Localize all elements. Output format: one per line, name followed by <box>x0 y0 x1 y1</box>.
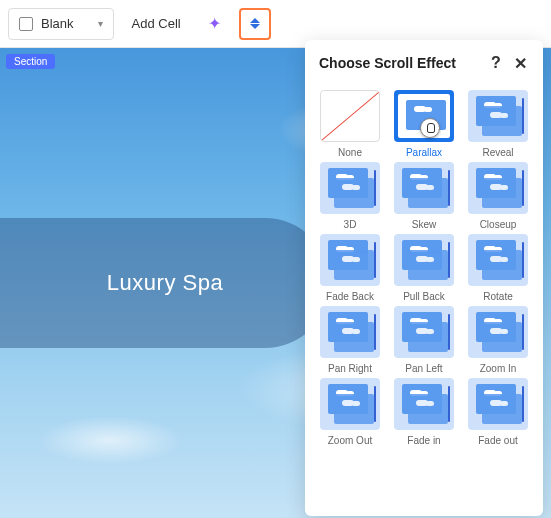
effect-thumb <box>468 162 528 214</box>
effect-label: Closeup <box>480 219 517 230</box>
scroll-effects-button[interactable] <box>239 8 271 40</box>
sparkle-button[interactable]: ✦ <box>199 8 231 40</box>
effect-option-fade-back[interactable]: Fade Back <box>315 234 385 302</box>
effect-label: None <box>338 147 362 158</box>
effect-label: Pan Right <box>328 363 372 374</box>
effect-thumb <box>468 234 528 286</box>
scroll-effects-icon <box>250 18 260 29</box>
hero-title: Luxury Spa <box>107 270 223 296</box>
add-cell-button[interactable]: Add Cell <box>122 8 191 40</box>
effect-thumb <box>468 90 528 142</box>
section-tag[interactable]: Section <box>6 54 55 69</box>
effect-option-skew[interactable]: Skew <box>389 162 459 230</box>
panel-header: Choose Scroll Effect ? ✕ <box>305 40 543 82</box>
effect-option-3d[interactable]: 3D <box>315 162 385 230</box>
effect-label: Fade in <box>407 435 440 446</box>
effect-label: Rotate <box>483 291 512 302</box>
effect-label: 3D <box>344 219 357 230</box>
effect-option-zoom-out[interactable]: Zoom Out <box>315 378 385 446</box>
effect-thumb <box>320 162 380 214</box>
effect-label: Skew <box>412 219 436 230</box>
effect-option-zoom-in[interactable]: Zoom In <box>463 306 533 374</box>
effect-label: Reveal <box>482 147 513 158</box>
effect-label: Parallax <box>406 147 442 158</box>
effect-thumb <box>320 306 380 358</box>
panel-title: Choose Scroll Effect <box>319 55 481 71</box>
effect-label: Zoom Out <box>328 435 372 446</box>
effect-thumb <box>394 90 454 142</box>
effect-label: Fade out <box>478 435 517 446</box>
scroll-effect-panel: Choose Scroll Effect ? ✕ NoneParallaxRev… <box>305 40 543 516</box>
hero-shape: Luxury Spa <box>0 218 330 348</box>
checkbox-icon <box>19 17 33 31</box>
effect-option-closeup[interactable]: Closeup <box>463 162 533 230</box>
effect-thumb <box>468 378 528 430</box>
effect-option-pull-back[interactable]: Pull Back <box>389 234 459 302</box>
effect-thumb <box>394 378 454 430</box>
effects-grid: NoneParallaxReveal3DSkewCloseupFade Back… <box>305 82 543 454</box>
effect-option-pan-left[interactable]: Pan Left <box>389 306 459 374</box>
cursor-icon <box>420 118 440 138</box>
effect-thumb <box>468 306 528 358</box>
effect-label: Zoom In <box>480 363 517 374</box>
effect-thumb <box>394 306 454 358</box>
effect-option-fade-in[interactable]: Fade in <box>389 378 459 446</box>
effect-thumb <box>394 162 454 214</box>
effect-label: Pull Back <box>403 291 445 302</box>
effect-thumb <box>320 378 380 430</box>
effect-option-none[interactable]: None <box>315 90 385 158</box>
effect-thumb <box>320 90 380 142</box>
effect-option-pan-right[interactable]: Pan Right <box>315 306 385 374</box>
help-icon[interactable]: ? <box>487 54 505 72</box>
effect-label: Pan Left <box>405 363 442 374</box>
effect-thumb <box>394 234 454 286</box>
effect-option-reveal[interactable]: Reveal <box>463 90 533 158</box>
chevron-down-icon: ▾ <box>98 18 103 29</box>
blank-dropdown[interactable]: Blank ▾ <box>8 8 114 40</box>
effect-thumb <box>320 234 380 286</box>
effect-label: Fade Back <box>326 291 374 302</box>
blank-label: Blank <box>41 16 74 31</box>
effect-option-fade-out[interactable]: Fade out <box>463 378 533 446</box>
effect-option-parallax[interactable]: Parallax <box>389 90 459 158</box>
close-icon[interactable]: ✕ <box>511 54 529 72</box>
sparkle-icon: ✦ <box>208 14 221 33</box>
effect-option-rotate[interactable]: Rotate <box>463 234 533 302</box>
add-cell-label: Add Cell <box>132 16 181 31</box>
